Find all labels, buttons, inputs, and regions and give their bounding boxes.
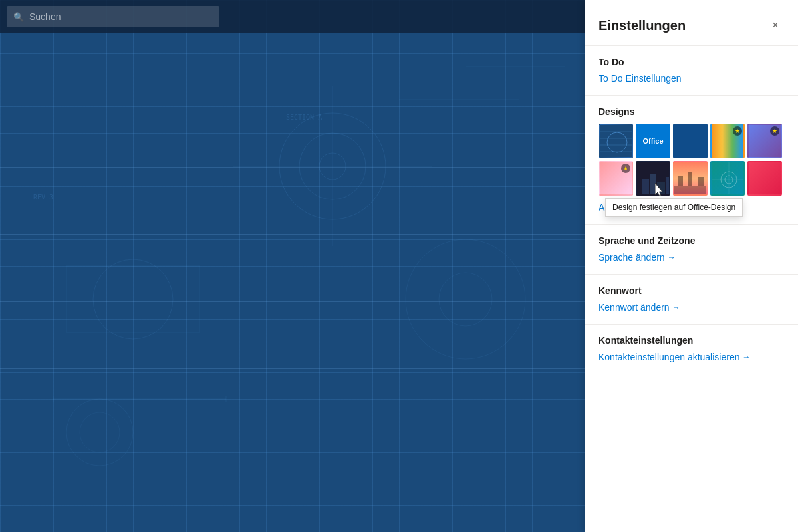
language-link[interactable]: Sprache ändern →: [598, 252, 676, 263]
password-link-label: Kennwort ändern: [598, 302, 670, 313]
language-section: Sprache und Zeitzone Sprache ändern →: [585, 225, 798, 275]
todo-settings-link[interactable]: To Do Einstellungen: [598, 73, 682, 84]
svg-rect-24: [674, 125, 706, 157]
language-section-title: Sprache und Zeitzone: [598, 235, 785, 246]
design-thumb-gradient2[interactable]: ★: [747, 124, 782, 158]
design-thumb-teal[interactable]: [710, 161, 745, 196]
settings-header: Einstellungen ×: [585, 0, 798, 46]
password-section: Kennwort Kennwort ändern →: [585, 275, 798, 325]
contact-link-label: Kontakteinstellungen aktualisieren: [598, 352, 739, 362]
arrow-right-icon: →: [668, 253, 676, 262]
design-thumb-office[interactable]: Office: [636, 124, 670, 158]
svg-rect-32: [678, 176, 683, 186]
svg-rect-27: [650, 174, 656, 194]
arrow-right-icon-2: →: [672, 303, 680, 312]
design-thumb-dark-city[interactable]: [636, 161, 670, 196]
star-badge-2: ★: [770, 126, 779, 136]
design-thumb-blueprint[interactable]: [598, 124, 633, 158]
todo-section: To Do To Do Einstellungen: [585, 46, 798, 96]
design-thumb-gradient1[interactable]: ★: [710, 124, 745, 158]
contact-section: Kontakteinstellungen Kontakteinstellunge…: [585, 325, 798, 374]
designs-section-title: Designs: [598, 106, 785, 117]
svg-rect-34: [698, 177, 704, 186]
designs-section: Designs Office: [585, 96, 798, 225]
settings-title: Einstellungen: [598, 18, 686, 33]
password-section-title: Kennwort: [598, 285, 785, 296]
search-input[interactable]: [29, 11, 213, 22]
design-thumb-sunset[interactable]: [673, 161, 708, 196]
search-box[interactable]: 🔍: [7, 6, 219, 27]
office-thumb-label: Office: [642, 137, 663, 145]
content-dividers: [0, 33, 585, 436]
svg-rect-33: [688, 172, 692, 186]
contact-link[interactable]: Kontakteinstellungen aktualisieren →: [598, 352, 750, 362]
contact-section-title: Kontakteinstellungen: [598, 335, 785, 346]
settings-panel: Einstellungen × To Do To Do Einstellunge…: [585, 0, 798, 532]
alle-anzeigen-link[interactable]: Alle anzeigen: [598, 202, 654, 213]
design-thumb-blue[interactable]: [673, 124, 708, 158]
svg-rect-31: [674, 186, 706, 194]
design-thumb-rose[interactable]: [747, 161, 782, 196]
svg-rect-29: [666, 177, 669, 194]
todo-section-title: To Do: [598, 57, 785, 67]
svg-rect-26: [642, 179, 649, 194]
design-thumb-pink[interactable]: ★: [598, 161, 633, 196]
search-icon: 🔍: [13, 12, 24, 22]
svg-rect-28: [657, 182, 665, 194]
star-badge-1: ★: [733, 126, 742, 136]
main-background: SECTION A REV 3: [0, 0, 585, 532]
close-button[interactable]: ×: [766, 16, 785, 35]
language-link-label: Sprache ändern: [598, 252, 665, 263]
arrow-right-icon-3: →: [742, 352, 750, 362]
designs-grid: Office ★ ★ ★: [598, 124, 785, 196]
star-badge-3: ★: [621, 164, 630, 173]
password-link[interactable]: Kennwort ändern →: [598, 302, 680, 313]
